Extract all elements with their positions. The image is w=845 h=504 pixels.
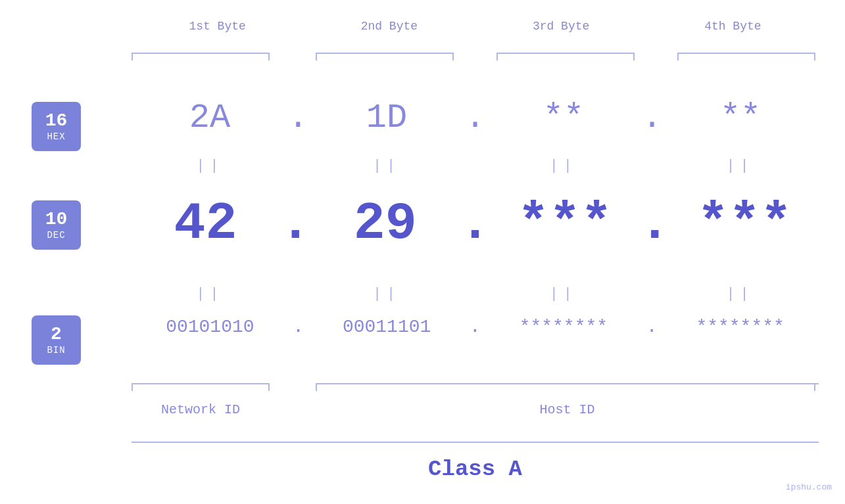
dec-dot2: . [459, 194, 491, 254]
equals-1-b3: || [485, 158, 642, 174]
class-a-label: Class A [132, 457, 819, 482]
bracket-b3-right [633, 53, 635, 60]
hex-dot3: . [642, 99, 662, 137]
hex-byte4: ** [662, 99, 819, 137]
equals-2-b3: || [485, 286, 642, 302]
equals-row-2: || || || || [132, 286, 819, 302]
bin-dot2: . [466, 317, 485, 337]
dec-byte3: *** [491, 194, 639, 254]
equals-2-b1: || [132, 286, 289, 302]
host-bracket-line [316, 383, 819, 384]
header-byte3: 3rd Byte [475, 20, 647, 33]
bin-badge: 2 BIN [32, 315, 81, 365]
equals-row-1: || || || || [132, 158, 819, 174]
header-byte2: 2nd Byte [303, 20, 475, 33]
net-bracket-right [268, 383, 270, 391]
hex-byte1: 2A [132, 99, 288, 137]
hex-badge-label: HEX [47, 131, 65, 142]
bin-dot3: . [642, 317, 662, 337]
bin-dot1: . [289, 317, 308, 337]
dec-row: 42 . 29 . *** . *** [132, 194, 819, 254]
network-id-label: Network ID [132, 402, 270, 417]
host-id-label: Host ID [316, 402, 819, 417]
bracket-b4-line [677, 53, 815, 54]
dec-dot1: . [279, 194, 311, 254]
header-byte1: 1st Byte [132, 20, 303, 33]
watermark: ipshu.com [786, 482, 832, 492]
equals-1-b1: || [132, 158, 289, 174]
bin-byte3: ******** [485, 317, 642, 337]
bracket-b3-line [496, 53, 635, 54]
equals-1-b4: || [662, 158, 819, 174]
bracket-b1-line [132, 53, 270, 54]
class-bottom-line [132, 442, 819, 443]
bracket-b2-right [452, 53, 454, 60]
bin-row: 00101010 . 00011101 . ******** . *******… [132, 317, 819, 337]
dec-badge-label: DEC [47, 230, 65, 241]
equals-1-b2: || [308, 158, 466, 174]
bin-byte2: 00011101 [308, 317, 466, 337]
bin-byte1: 00101010 [132, 317, 289, 337]
hex-badge-number: 16 [45, 111, 68, 131]
hex-dot2: . [465, 99, 485, 137]
dec-byte2: 29 [311, 194, 459, 254]
header-byte4: 4th Byte [647, 20, 819, 33]
net-bracket-line [132, 383, 270, 384]
hex-byte3: ** [485, 99, 642, 137]
dec-badge-number: 10 [45, 210, 68, 230]
dec-byte1: 42 [132, 194, 279, 254]
hex-badge: 16 HEX [32, 102, 81, 151]
hex-byte2: 1D [308, 99, 465, 137]
bin-byte4: ******** [662, 317, 819, 337]
bin-badge-label: BIN [47, 345, 65, 355]
column-headers: 1st Byte 2nd Byte 3rd Byte 4th Byte [132, 20, 819, 33]
hex-row: 2A . 1D . ** . ** [132, 99, 819, 137]
bracket-b1-right [268, 53, 270, 60]
main-container: 16 HEX 10 DEC 2 BIN 1st Byte 2nd Byte 3r… [0, 0, 845, 504]
bin-badge-number: 2 [51, 325, 62, 345]
host-bracket-right [814, 383, 815, 391]
dec-dot3: . [639, 194, 671, 254]
equals-2-b4: || [662, 286, 819, 302]
equals-2-b2: || [308, 286, 466, 302]
bracket-b2-line [316, 53, 454, 54]
dec-badge: 10 DEC [32, 200, 81, 250]
bracket-b4-right [814, 53, 815, 60]
dec-byte4: *** [671, 194, 819, 254]
hex-dot1: . [288, 99, 308, 137]
